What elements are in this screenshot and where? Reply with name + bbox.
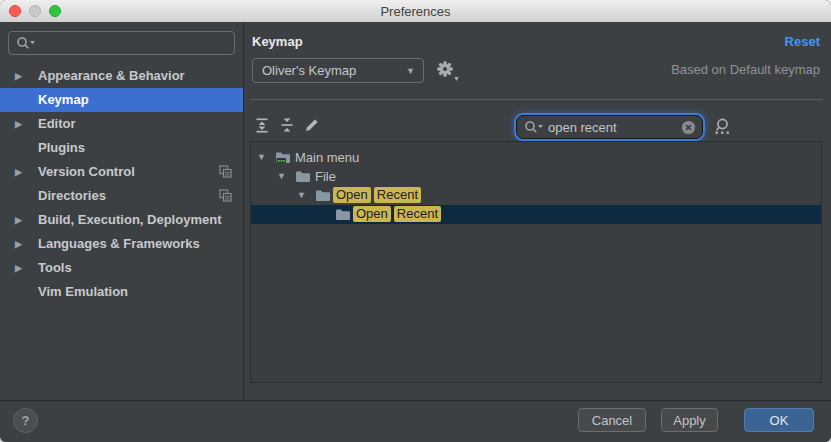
dialog-footer: ? Cancel Apply OK: [0, 400, 831, 442]
header-separator: [251, 99, 823, 100]
settings-nav: ▶ Appearance & Behavior Keymap ▶ Editor …: [0, 64, 243, 304]
shared-settings-icon: [219, 189, 232, 202]
settings-sidebar: ▶ Appearance & Behavior Keymap ▶ Editor …: [0, 22, 243, 400]
cancel-button-label: Cancel: [592, 413, 632, 428]
sidebar-item-label: Vim Emulation: [38, 284, 128, 299]
sidebar-item-build-execution-deployment[interactable]: ▶ Build, Execution, Deployment: [0, 208, 243, 232]
chevron-right-icon[interactable]: ▶: [15, 64, 22, 88]
sidebar-item-label: Plugins: [38, 140, 85, 155]
chevron-down-icon[interactable]: ▼: [277, 167, 286, 186]
sidebar-item-label: Languages & Frameworks: [38, 236, 200, 251]
sidebar-item-directories[interactable]: Directories: [0, 184, 243, 208]
window-title: Preferences: [380, 4, 450, 19]
match-highlight: Open: [333, 187, 371, 203]
ok-button-label: OK: [770, 413, 789, 428]
sidebar-item-plugins[interactable]: Plugins: [0, 136, 243, 160]
help-button[interactable]: ?: [13, 408, 38, 433]
expand-all-icon[interactable]: [254, 117, 272, 135]
reset-link[interactable]: Reset: [785, 34, 820, 49]
folder-icon: [295, 170, 311, 183]
sidebar-item-vim-emulation[interactable]: Vim Emulation: [0, 280, 243, 304]
clear-icon[interactable]: [681, 120, 696, 135]
keymap-panel: Keymap Reset Oliver's Keymap ▼: [244, 22, 831, 400]
tree-row-open-recent[interactable]: ▼ OpenRecent: [251, 186, 821, 205]
tree-row-label: Main menu: [295, 148, 359, 167]
folder-icon: [335, 208, 351, 221]
tree-row-file[interactable]: ▼ File: [251, 167, 821, 186]
tree-row-label: OpenRecent: [333, 186, 424, 205]
ok-button[interactable]: OK: [744, 408, 814, 432]
keymap-settings-button[interactable]: ▼: [436, 60, 458, 82]
sidebar-item-label: Version Control: [38, 164, 135, 179]
tree-row-label: OpenRecent: [353, 205, 444, 224]
settings-search-input[interactable]: [8, 31, 235, 55]
minimize-button[interactable]: [29, 5, 41, 17]
apply-button[interactable]: Apply: [661, 408, 718, 432]
chevron-down-icon: ▼: [453, 75, 460, 82]
find-by-shortcut-icon[interactable]: [712, 117, 732, 137]
keymap-select-value: Oliver's Keymap: [262, 63, 356, 78]
chevron-down-icon: ▼: [406, 66, 415, 76]
help-icon: ?: [22, 413, 30, 428]
collapse-all-icon[interactable]: [279, 117, 297, 135]
sidebar-item-label: Editor: [38, 116, 76, 131]
match-highlight: Recent: [394, 206, 441, 222]
match-highlight: Recent: [374, 187, 421, 203]
cancel-button[interactable]: Cancel: [578, 408, 646, 432]
chevron-right-icon[interactable]: ▶: [15, 208, 22, 232]
title-bar: Preferences: [0, 0, 831, 23]
apply-button-label: Apply: [673, 413, 706, 428]
sidebar-item-label: Build, Execution, Deployment: [38, 212, 221, 227]
keymap-search-field[interactable]: [516, 115, 703, 139]
sidebar-item-keymap[interactable]: Keymap: [0, 88, 243, 112]
main-menu-icon: [275, 151, 291, 164]
close-button[interactable]: [9, 5, 21, 17]
tree-row-label: File: [315, 167, 336, 186]
chevron-right-icon[interactable]: ▶: [15, 112, 22, 136]
keymap-toolbar: [244, 110, 831, 144]
chevron-right-icon[interactable]: ▶: [15, 160, 22, 184]
preferences-window: Preferences ▶ Appearance & Behavior Keym…: [0, 0, 831, 442]
chevron-right-icon[interactable]: ▶: [15, 232, 22, 256]
chevron-right-icon[interactable]: ▶: [15, 256, 22, 280]
tree-row-open-recent-selected[interactable]: OpenRecent: [251, 205, 821, 224]
sidebar-item-appearance-behavior[interactable]: ▶ Appearance & Behavior: [0, 64, 243, 88]
based-on-label: Based on Default keymap: [671, 62, 820, 77]
search-icon: [16, 36, 36, 50]
keymap-search-input[interactable]: [544, 120, 681, 135]
sidebar-item-label: Tools: [38, 260, 72, 275]
folder-icon: [315, 189, 331, 202]
sidebar-item-editor[interactable]: ▶ Editor: [0, 112, 243, 136]
actions-tree: ▼ Main menu ▼: [250, 141, 822, 383]
keymap-select[interactable]: Oliver's Keymap ▼: [252, 58, 424, 83]
chevron-down-icon[interactable]: ▼: [297, 186, 306, 205]
tree-row-main-menu[interactable]: ▼ Main menu: [251, 148, 821, 167]
sidebar-item-languages-frameworks[interactable]: ▶ Languages & Frameworks: [0, 232, 243, 256]
sidebar-item-tools[interactable]: ▶ Tools: [0, 256, 243, 280]
match-highlight: Open: [353, 206, 391, 222]
search-icon: [524, 120, 544, 134]
zoom-button[interactable]: [49, 5, 61, 17]
sidebar-item-label: Appearance & Behavior: [38, 68, 185, 83]
shared-settings-icon: [219, 165, 232, 178]
sidebar-item-label: Directories: [38, 188, 106, 203]
page-title: Keymap: [252, 34, 303, 49]
edit-icon[interactable]: [304, 117, 322, 135]
sidebar-item-version-control[interactable]: ▶ Version Control: [0, 160, 243, 184]
sidebar-item-label: Keymap: [38, 92, 89, 107]
chevron-down-icon[interactable]: ▼: [257, 148, 266, 167]
